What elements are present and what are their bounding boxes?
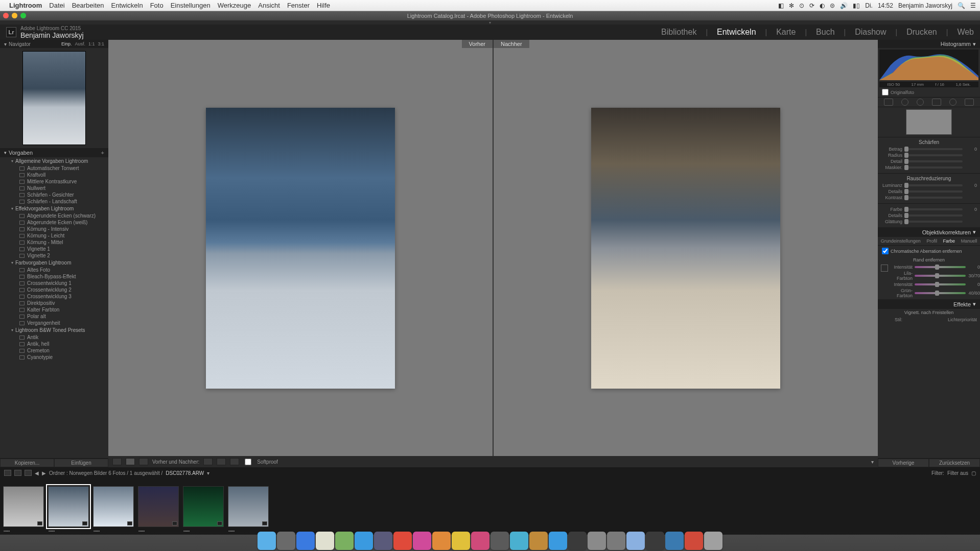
slider[interactable] xyxy=(915,283,966,285)
slider[interactable] xyxy=(904,214,963,217)
module-entwickeln[interactable]: Entwickeln xyxy=(717,28,756,37)
copy-button[interactable]: Kopieren... xyxy=(0,459,54,467)
navigator-thumbnail[interactable] xyxy=(22,51,86,145)
dock-app[interactable] xyxy=(685,532,703,550)
thumbnail[interactable]: ••••• xyxy=(228,486,269,527)
preset-item[interactable]: Nullwert xyxy=(0,185,108,191)
chromatic-checkbox[interactable] xyxy=(882,248,889,254)
lens-tab-basic[interactable]: Grundeinstellungen xyxy=(881,238,921,244)
preset-item[interactable]: Crossentwicklung 2 xyxy=(0,286,108,293)
preset-item[interactable]: Mittlere Kontrastkurve xyxy=(0,178,108,185)
preset-item[interactable]: Körnung - Mittel xyxy=(0,239,108,246)
lens-tab-profile[interactable]: Profil xyxy=(926,238,937,244)
close-window-button[interactable] xyxy=(3,13,9,18)
menu-hilfe[interactable]: Hilfe xyxy=(317,2,330,9)
radial-tool[interactable] xyxy=(949,99,956,106)
thumbnail[interactable]: ••••• xyxy=(138,486,179,527)
after-image[interactable] xyxy=(591,108,780,389)
dock-app[interactable] xyxy=(432,532,451,550)
zoom-fit[interactable]: Einp. xyxy=(61,41,72,46)
preset-item[interactable]: Altes Foto xyxy=(0,267,108,273)
file-label[interactable]: DSC02778.ARW xyxy=(166,470,204,476)
preset-item[interactable]: Schärfen - Gesichter xyxy=(0,191,108,198)
toolbar-more-icon[interactable]: ▾ xyxy=(871,459,874,465)
dock-app[interactable] xyxy=(296,532,315,550)
slider[interactable] xyxy=(904,148,963,150)
zoom-custom[interactable]: 3:1 xyxy=(98,41,104,46)
menu-entwickeln[interactable]: Entwickeln xyxy=(111,2,143,9)
preset-item[interactable]: Abgerundete Ecken (schwarz) xyxy=(0,212,108,219)
histogram-header[interactable]: Histogramm▾ xyxy=(878,40,980,48)
menubar-wifi-icon[interactable]: ⊜ xyxy=(830,2,835,9)
slider[interactable] xyxy=(904,160,963,162)
menubar-volume-icon[interactable]: 🔊 xyxy=(840,2,848,9)
menubar-icon[interactable]: ◧ xyxy=(778,2,784,9)
preset-item[interactable]: Polar alt xyxy=(0,313,108,320)
thumbnail[interactable]: ••••• xyxy=(183,486,224,527)
before-after-tb-button[interactable] xyxy=(139,458,148,465)
dock-app[interactable] xyxy=(549,532,567,550)
dock-app[interactable] xyxy=(510,532,528,550)
preset-item[interactable]: Bleach-Bypass-Effekt xyxy=(0,273,108,280)
dock-app[interactable] xyxy=(316,532,334,550)
nav-back-icon[interactable]: ◀ xyxy=(35,470,39,476)
preset-item[interactable]: Cremeton xyxy=(0,347,108,354)
dock-app[interactable] xyxy=(665,532,684,550)
slider[interactable] xyxy=(904,208,963,210)
preset-item[interactable]: Körnung - Leicht xyxy=(0,232,108,239)
thumbnail-selected[interactable]: ••••• xyxy=(48,486,89,527)
redeye-tool[interactable] xyxy=(917,99,924,106)
dock-app[interactable] xyxy=(413,532,431,550)
view-mode-button[interactable] xyxy=(14,470,21,476)
maximize-window-button[interactable] xyxy=(20,13,26,18)
dock-app[interactable] xyxy=(626,532,645,550)
preset-item[interactable]: Vergangenheit xyxy=(0,320,108,326)
file-dropdown-icon[interactable]: ▾ xyxy=(207,470,209,476)
preset-item[interactable]: Kalter Farbton xyxy=(0,306,108,313)
preset-item[interactable]: Körnung - Intensiv xyxy=(0,226,108,232)
menu-bearbeiten[interactable]: Bearbeiten xyxy=(72,2,104,9)
dock-app[interactable] xyxy=(607,532,625,550)
dock-app[interactable] xyxy=(529,532,548,550)
preset-item[interactable]: Crossentwicklung 1 xyxy=(0,280,108,286)
preset-item[interactable]: Cyanotypie xyxy=(0,354,108,361)
nav-fwd-icon[interactable]: ▶ xyxy=(42,470,46,476)
preset-item[interactable]: Vignette 1 xyxy=(0,246,108,252)
slider[interactable] xyxy=(904,184,963,186)
before-after-lr-button[interactable] xyxy=(126,458,135,465)
menubar-icon[interactable]: ✻ xyxy=(789,2,794,9)
menubar-user[interactable]: Benjamin Jaworskyj xyxy=(898,2,952,9)
module-drucken[interactable]: Drucken xyxy=(906,28,937,37)
original-checkbox[interactable] xyxy=(882,89,889,95)
ba-mode-3[interactable] xyxy=(230,458,239,465)
path-label[interactable]: Ordner : Norwegen Bilder 6 Fotos / 1 aus… xyxy=(49,470,162,476)
slider[interactable] xyxy=(904,166,963,169)
preset-item[interactable]: Vignette 2 xyxy=(0,252,108,259)
filter-lock-icon[interactable]: ▢ xyxy=(971,470,976,476)
eyedropper-tool[interactable] xyxy=(881,265,888,272)
menu-foto[interactable]: Foto xyxy=(150,2,164,9)
ba-mode-1[interactable] xyxy=(203,458,213,465)
preset-item[interactable]: Automatischer Tonwert xyxy=(0,165,108,172)
loupe-view-button[interactable] xyxy=(112,458,122,465)
minimize-window-button[interactable] xyxy=(12,13,17,18)
slider[interactable] xyxy=(904,197,963,199)
before-image[interactable] xyxy=(206,108,395,389)
menubar-notifications-icon[interactable]: ☰ xyxy=(970,2,976,9)
detail-preview[interactable] xyxy=(906,109,952,135)
preset-group[interactable]: ▾Farbvorgaben Lightroom xyxy=(0,259,108,267)
lens-panel-header[interactable]: Objektivkorrekturen▾ xyxy=(878,227,980,237)
menu-einstellungen[interactable]: Einstellungen xyxy=(171,2,211,9)
softproof-checkbox[interactable] xyxy=(245,459,251,465)
preset-item[interactable]: Kraftvoll xyxy=(0,172,108,178)
brush-tool[interactable] xyxy=(965,99,974,106)
thumbnail[interactable]: ••••• xyxy=(3,486,44,527)
spot-tool[interactable] xyxy=(901,99,908,106)
previous-button[interactable]: Vorherige xyxy=(878,459,929,467)
dock-app[interactable] xyxy=(374,532,392,550)
preset-item[interactable]: Abgerundete Ecken (weiß) xyxy=(0,219,108,226)
effects-panel-header[interactable]: Effekte▾ xyxy=(878,299,980,309)
slider[interactable] xyxy=(915,292,966,294)
preset-group[interactable]: ▾Effektvorgaben Lightroom xyxy=(0,205,108,212)
presets-header[interactable]: ▾Vorgaben+ xyxy=(0,148,108,157)
